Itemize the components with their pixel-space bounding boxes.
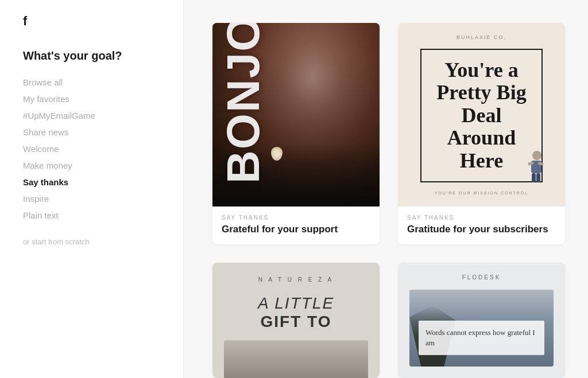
buhlaxie-border-box: You're a Pretty Big Deal Around Here xyxy=(420,49,543,183)
natureza-brand: N A T U R E Z A xyxy=(258,276,334,283)
card-meta-bonjour: SAY THANKS Grateful for your support xyxy=(212,206,380,244)
template-card-flodesk[interactable]: FLODESK Words cannot express how gratefu… xyxy=(398,263,565,378)
nav-list: Browse all My favorites #UpMyEmailGame S… xyxy=(23,74,160,224)
flodesk-quote: Words cannot express how grateful I am xyxy=(425,328,537,348)
sidebar-item-share-news[interactable]: Share news xyxy=(23,124,160,141)
card-meta-buhlaxie: SAY THANKS Gratitude for your subscriber… xyxy=(398,206,565,244)
card-title-bonjour: Grateful for your support xyxy=(222,224,370,235)
template-card-natureza[interactable]: N A T U R E Z A A LITTLE GIFT TO SAY THA… xyxy=(212,263,380,378)
natureza-text-block: A LITTLE GIFT TO xyxy=(258,294,334,331)
template-card-bonjour[interactable]: BONJOUR SAY THANKS Grateful for your sup… xyxy=(212,23,380,244)
app-logo: f xyxy=(23,14,160,29)
svg-rect-4 xyxy=(532,173,536,182)
card-image-natureza: N A T U R E Z A A LITTLE GIFT TO xyxy=(212,263,380,378)
sidebar-item-make-money[interactable]: Make money xyxy=(23,157,160,174)
sidebar-title: What's your goal? xyxy=(23,49,160,63)
buhlaxie-inner: You're a Pretty Big Deal Around Here xyxy=(409,46,554,185)
sidebar-item-inspire[interactable]: Inspire xyxy=(23,190,160,207)
flodesk-brand: FLODESK xyxy=(462,274,501,280)
sidebar-item-welcome[interactable]: Welcome xyxy=(23,141,160,157)
templates-grid: BONJOUR SAY THANKS Grateful for your sup… xyxy=(212,23,565,378)
sidebar-item-plain-text[interactable]: Plain text xyxy=(23,207,160,224)
sidebar-item-up-my-email-game[interactable]: #UpMyEmailGame xyxy=(23,107,160,124)
buhlaxie-tagline: YOU'RE OUR MISSION CONTROL xyxy=(435,191,528,195)
sidebar: f What's your goal? Browse all My favori… xyxy=(0,0,184,378)
buhlaxie-brand: BUHLAXIE CO. xyxy=(457,34,506,40)
card-category-buhlaxie: SAY THANKS xyxy=(407,215,556,221)
natureza-gift-text: GIFT TO xyxy=(258,313,334,331)
card-image-buhlaxie: BUHLAXIE CO. You're a Pretty Big Deal Ar… xyxy=(398,23,565,206)
bonjour-text: BONJOUR xyxy=(220,23,266,184)
svg-point-0 xyxy=(532,151,541,160)
card-category-bonjour: SAY THANKS xyxy=(222,215,370,221)
buhlaxie-figure xyxy=(513,147,547,187)
sidebar-item-my-favorites[interactable]: My favorites xyxy=(23,91,160,107)
card-image-bonjour: BONJOUR xyxy=(212,23,380,206)
natureza-little-text: A LITTLE xyxy=(258,294,334,313)
sidebar-item-browse-all[interactable]: Browse all xyxy=(23,74,160,91)
template-card-buhlaxie[interactable]: BUHLAXIE CO. You're a Pretty Big Deal Ar… xyxy=(398,23,565,244)
flodesk-image-area: Words cannot express how grateful I am xyxy=(409,290,554,367)
start-from-scratch-link[interactable]: or start from scratch xyxy=(23,237,160,246)
flodesk-text-overlay: Words cannot express how grateful I am xyxy=(419,321,544,355)
main-content: BONJOUR SAY THANKS Grateful for your sup… xyxy=(184,0,588,378)
sidebar-item-say-thanks[interactable]: Say thanks xyxy=(23,174,160,190)
card-image-flodesk: FLODESK Words cannot express how gratefu… xyxy=(398,263,565,378)
svg-rect-5 xyxy=(536,173,540,182)
card-title-buhlaxie: Gratitude for your subscribers xyxy=(407,224,556,235)
